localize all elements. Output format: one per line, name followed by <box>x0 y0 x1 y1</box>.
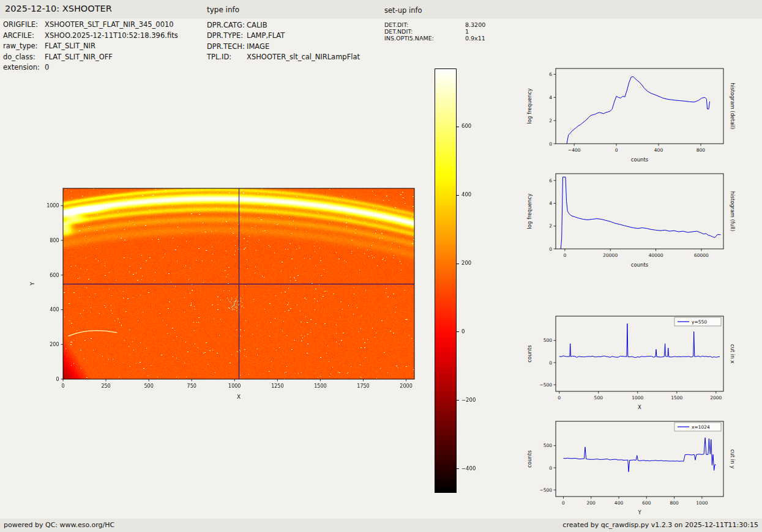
colorbar-tick <box>457 264 459 264</box>
meta-value: XSHOOTER_SLT_FLAT_NIR_345_0010 <box>45 20 174 31</box>
svg-text:0: 0 <box>549 141 552 147</box>
svg-text:0: 0 <box>56 377 59 382</box>
colorbar-tick <box>457 468 459 469</box>
svg-text:0: 0 <box>61 383 64 389</box>
svg-text:1000: 1000 <box>228 383 241 389</box>
svg-text:60000: 60000 <box>694 253 709 258</box>
meta-value: 0 <box>45 62 49 73</box>
colorbar-tick <box>457 400 459 401</box>
svg-text:400: 400 <box>654 147 663 153</box>
svg-text:400: 400 <box>614 500 624 506</box>
meta-row: raw_type:FLAT_SLIT_NIR <box>3 41 178 52</box>
svg-text:20000: 20000 <box>603 253 618 258</box>
footer-left-text: powered by QC: www.eso.org/HC <box>4 521 114 529</box>
svg-text:cut in y: cut in y <box>730 449 736 469</box>
svg-text:cut in x: cut in x <box>730 344 736 364</box>
svg-text:500: 500 <box>543 338 553 343</box>
svg-text:200: 200 <box>587 500 596 506</box>
meta-value: XSHOOTER_slt_cal_NIRLampFlat <box>247 52 360 62</box>
colorbar-gradient <box>435 68 457 493</box>
svg-text:X: X <box>237 394 241 400</box>
meta-label: DET.NDIT: <box>384 28 465 35</box>
svg-text:histogram (full): histogram (full) <box>730 191 736 232</box>
svg-text:500: 500 <box>543 443 553 448</box>
svg-text:800: 800 <box>670 500 679 506</box>
svg-text:1750: 1750 <box>357 383 369 389</box>
meta-value: LAMP,FLAT <box>247 31 285 41</box>
cut-in-y-plot: 02004006008001000−5000500Ycountscut in y… <box>523 416 739 523</box>
meta-row: DPR.CATG:CALIB <box>207 20 360 31</box>
svg-text:log frequency: log frequency <box>526 193 532 229</box>
meta-value: XSHOO.2025-12-11T10:52:18.396.fits <box>45 31 178 42</box>
svg-text:1000: 1000 <box>632 395 643 401</box>
svg-text:0: 0 <box>562 500 565 506</box>
meta-row: DET.DIT:8.3200 <box>384 21 485 28</box>
meta-label: ARCFILE: <box>3 31 45 42</box>
meta-label: raw_type: <box>3 41 45 52</box>
colorbar-tick-label: 600 <box>461 123 471 129</box>
cut-in-x-plot: 0500100015002000−5000500Xcountscut in xy… <box>523 311 739 418</box>
svg-text:800: 800 <box>697 147 706 153</box>
meta-label: ORIGFILE: <box>3 20 45 31</box>
svg-text:6: 6 <box>549 72 552 77</box>
svg-text:4: 4 <box>549 95 552 100</box>
meta-row: ARCFILE:XSHOO.2025-12-11T10:52:18.396.fi… <box>3 31 178 42</box>
svg-text:750: 750 <box>187 383 196 389</box>
meta-value: IMAGE <box>247 42 269 52</box>
svg-text:2: 2 <box>549 118 552 124</box>
meta-label: DPR.CATG: <box>207 20 247 31</box>
svg-text:500: 500 <box>594 395 603 401</box>
svg-text:X: X <box>638 404 641 410</box>
top-strip: 2025-12-10: XSHOOTER type info set-up in… <box>0 0 762 18</box>
meta-label: extension: <box>3 62 45 73</box>
meta-row: DET.NDIT:1 <box>384 28 485 35</box>
meta-label: do_class: <box>3 52 45 63</box>
meta-row: extension:0 <box>3 62 178 73</box>
svg-text:2: 2 <box>549 223 552 229</box>
meta-row: DPR.TYPE:LAMP,FLAT <box>207 31 360 41</box>
svg-text:counts: counts <box>526 345 532 363</box>
colorbar-tick-label: −400 <box>461 465 476 471</box>
setup-info-block: DET.DIT:8.3200 DET.NDIT:1 INS.OPTI5.NAME… <box>384 21 485 42</box>
cut-in-y-svg: 02004006008001000−5000500Ycountscut in y… <box>523 416 739 523</box>
svg-text:600: 600 <box>50 273 59 278</box>
type-info-block: DPR.CATG:CALIB DPR.TYPE:LAMP,FLAT DPR.TE… <box>207 20 360 62</box>
svg-text:x=1024: x=1024 <box>692 424 710 430</box>
svg-text:−500: −500 <box>539 382 552 388</box>
meta-value: 8.3200 <box>465 21 485 28</box>
histogram-full-svg: 02000040000600000246countslog frequencyh… <box>523 168 739 275</box>
svg-text:−400: −400 <box>568 147 581 153</box>
svg-text:2000: 2000 <box>400 383 412 389</box>
svg-text:log frequency: log frequency <box>526 88 532 124</box>
histogram-detail-plot: −40004008000246countslog frequencyhistog… <box>523 63 739 170</box>
meta-row: TPL.ID:XSHOOTER_slt_cal_NIRLampFlat <box>207 52 360 62</box>
svg-text:400: 400 <box>50 307 59 312</box>
colorbar-tick <box>457 127 459 127</box>
meta-label: INS.OPTI5.NAME: <box>384 35 465 42</box>
detector-image-canvas <box>63 188 414 379</box>
meta-label: DPR.TYPE: <box>207 31 247 41</box>
colorbar-tick-label: −200 <box>461 397 476 403</box>
meta-label: DET.DIT: <box>384 21 465 28</box>
svg-text:600: 600 <box>642 500 651 506</box>
qc-report-page: 2025-12-10: XSHOOTER type info set-up in… <box>0 0 762 532</box>
svg-text:200: 200 <box>50 342 59 347</box>
svg-text:counts: counts <box>631 262 649 268</box>
svg-text:500: 500 <box>144 383 153 389</box>
page-title: 2025-12-10: XSHOOTER <box>5 4 112 13</box>
svg-text:0: 0 <box>558 395 561 401</box>
svg-text:y=550: y=550 <box>692 319 707 325</box>
colorbar-tick-label: 200 <box>461 260 471 266</box>
colorbar-tick <box>457 195 459 196</box>
footer-strip: powered by QC: www.eso.org/HC created by… <box>0 519 762 532</box>
svg-text:0: 0 <box>615 147 618 153</box>
svg-text:Y: Y <box>29 282 35 286</box>
setup-info-heading: set-up info <box>384 6 422 15</box>
meta-label: TPL.ID: <box>207 52 247 62</box>
svg-text:1000: 1000 <box>47 203 59 209</box>
type-info-heading: type info <box>207 6 239 14</box>
meta-row: do_class:FLAT_SLIT_NIR_OFF <box>3 52 178 63</box>
footer-right-text: created by qc_rawdisp.py v1.2.3 on 2025-… <box>562 521 758 529</box>
meta-value: CALIB <box>247 20 267 31</box>
svg-text:0: 0 <box>549 246 552 252</box>
